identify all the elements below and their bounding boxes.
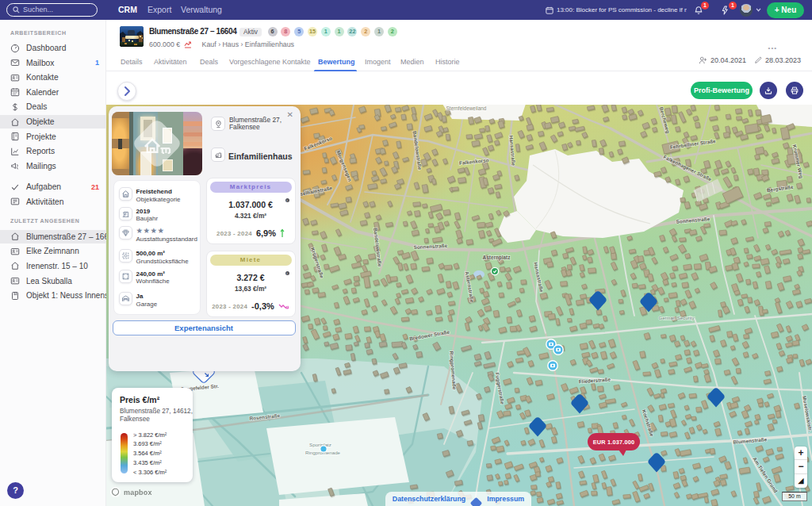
- svg-text:Asternplatz: Asternplatz: [483, 255, 511, 261]
- svg-text:Sternfeldeweiland: Sternfeldeweiland: [446, 105, 487, 111]
- svg-text:German Security: German Security: [658, 316, 694, 320]
- svg-text:EUR 1.037.000: EUR 1.037.000: [593, 439, 635, 446]
- svg-text:Sportplatz: Sportplatz: [309, 442, 331, 447]
